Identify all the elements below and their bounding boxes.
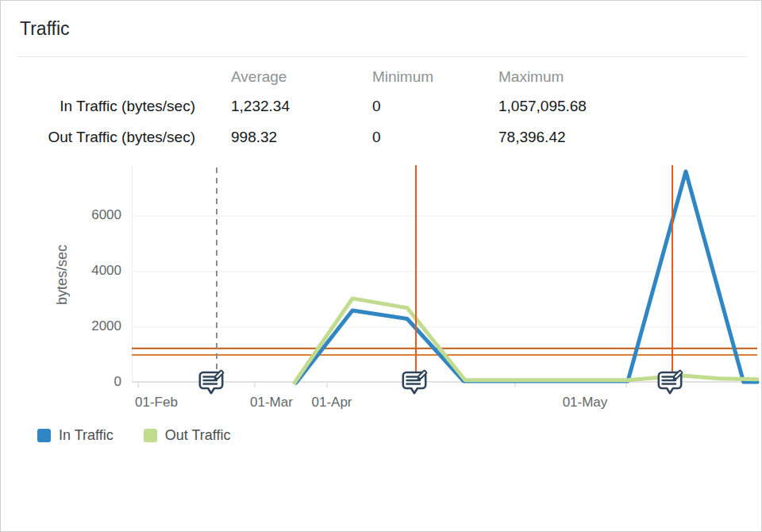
legend-label-in-traffic: In Traffic bbox=[59, 427, 114, 444]
x-tick-label: 01-Feb bbox=[135, 395, 178, 411]
traffic-panel: Traffic Average Minimum Maximum In Traff… bbox=[0, 0, 762, 532]
column-header-average: Average bbox=[231, 68, 287, 86]
legend-item-out-traffic[interactable]: Out Traffic bbox=[144, 427, 231, 444]
out-traffic-maximum: 78,396.42 bbox=[498, 129, 566, 146]
y-tick-label: 0 bbox=[74, 374, 121, 390]
in-traffic-maximum: 1,057,095.68 bbox=[498, 98, 587, 115]
annotation-marker[interactable] bbox=[399, 368, 429, 398]
panel-title: Traffic bbox=[20, 18, 70, 40]
note-pencil-icon bbox=[196, 368, 226, 398]
row-label-out-traffic: Out Traffic (bytes/sec) bbox=[1, 129, 195, 146]
y-tick-label: 4000 bbox=[74, 263, 121, 279]
y-tick-label: 6000 bbox=[74, 207, 121, 223]
chart-legend: In Traffic Out Traffic bbox=[37, 427, 230, 444]
series-line-in-traffic bbox=[296, 172, 757, 383]
column-header-minimum: Minimum bbox=[372, 68, 433, 86]
row-label-in-traffic: In Traffic (bytes/sec) bbox=[1, 98, 195, 115]
legend-label-out-traffic: Out Traffic bbox=[165, 427, 231, 444]
legend-item-in-traffic[interactable]: In Traffic bbox=[37, 427, 114, 444]
out-traffic-average: 998.32 bbox=[231, 129, 277, 146]
out-traffic-swatch-icon bbox=[144, 429, 157, 442]
title-divider bbox=[17, 56, 747, 57]
annotation-marker[interactable] bbox=[196, 368, 226, 398]
column-header-maximum: Maximum bbox=[498, 68, 564, 86]
x-tick-label: 01-Apr bbox=[311, 395, 352, 411]
in-traffic-minimum: 0 bbox=[372, 98, 381, 115]
in-traffic-average: 1,232.34 bbox=[231, 98, 290, 115]
y-tick-label: 2000 bbox=[74, 318, 121, 334]
out-traffic-minimum: 0 bbox=[372, 129, 381, 146]
in-traffic-swatch-icon bbox=[37, 429, 51, 442]
note-pencil-icon bbox=[655, 368, 685, 398]
plot-svg[interactable] bbox=[132, 165, 757, 383]
y-axis-label: bytes/sec bbox=[54, 245, 71, 305]
note-pencil-icon bbox=[399, 368, 429, 398]
annotation-marker[interactable] bbox=[655, 368, 685, 398]
x-tick-label: 01-May bbox=[563, 395, 608, 411]
x-tick-label: 01-Mar bbox=[250, 395, 293, 411]
